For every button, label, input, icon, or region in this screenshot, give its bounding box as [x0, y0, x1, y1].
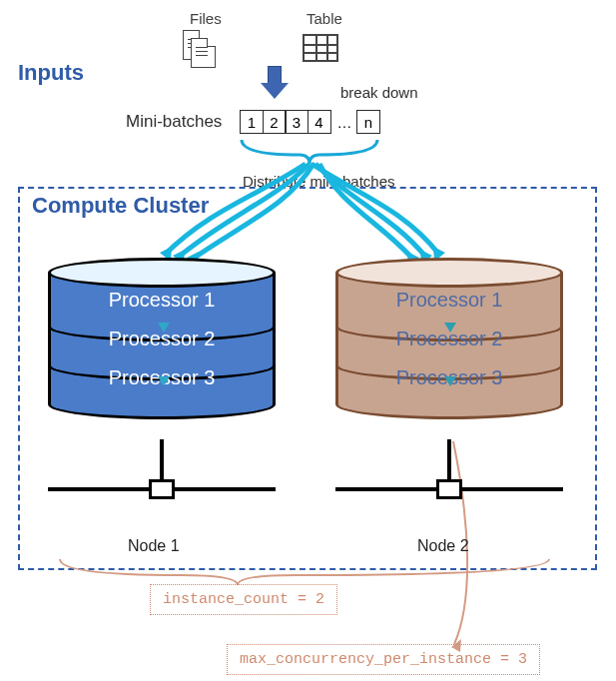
- batch-ellipsis: …: [337, 114, 352, 131]
- batch-slot: n: [356, 110, 380, 134]
- batch-slot: 4: [308, 110, 331, 134]
- flow-arrow-icon: [444, 323, 456, 333]
- node-2-label: Node 2: [417, 537, 469, 555]
- processor-label: Processor 1: [396, 289, 503, 312]
- batch-slot: 3: [285, 110, 308, 134]
- instance-count-annotation: instance_count = 2: [150, 584, 337, 615]
- batch-slot: 1: [240, 110, 264, 134]
- flow-arrow-icon: [158, 323, 170, 333]
- cylinder-top-icon: [335, 258, 563, 288]
- files-label: Files: [190, 10, 222, 27]
- compute-cluster-title: Compute Cluster: [32, 193, 209, 219]
- table-icon: [303, 34, 338, 62]
- node-1-label: Node 1: [128, 537, 180, 555]
- max-concurrency-annotation: max_concurrency_per_instance = 3: [227, 644, 540, 675]
- processor-label: Processor 1: [109, 289, 216, 312]
- table-label: Table: [307, 10, 342, 27]
- flow-arrow-icon: [444, 376, 456, 386]
- flow-arrow-icon: [158, 376, 170, 386]
- batch-slot: 2: [263, 110, 287, 134]
- cylinder-top-icon: [48, 258, 276, 288]
- files-icon: [183, 30, 223, 70]
- inputs-title: Inputs: [18, 60, 84, 86]
- mini-batches-label: Mini-batches: [126, 112, 222, 132]
- breakdown-label: break down: [340, 84, 418, 101]
- arrow-down-icon: [261, 66, 289, 100]
- mini-batches-row: 1 2 3 4 … n: [240, 110, 380, 134]
